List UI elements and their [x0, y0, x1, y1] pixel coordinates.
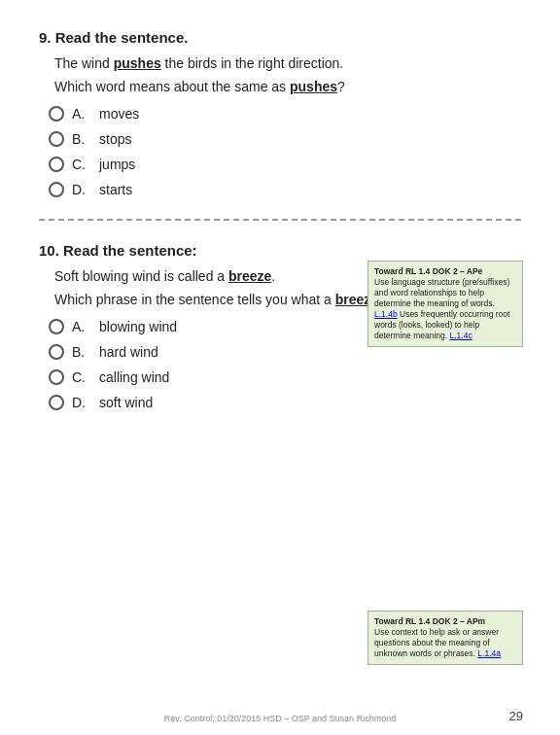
annotation-q10: Toward RL 1.4 DOK 2 – APm Use context to… [368, 611, 523, 665]
annotation-q9-body: Use language structure (pre/suffixes) an… [374, 277, 516, 341]
option-text-9-a: moves [99, 106, 139, 122]
option-text-10-a: blowing wind [99, 319, 177, 334]
radio-9-c[interactable] [49, 157, 64, 172]
radio-9-a[interactable] [49, 106, 64, 122]
radio-9-b[interactable] [49, 131, 64, 147]
radio-9-d[interactable] [49, 182, 64, 197]
prompt-pre: Which word means about the same as [54, 79, 290, 94]
option-label-10-d: D. [72, 395, 91, 410]
prompt10-pre: Which phrase in the sentence tells you w… [54, 292, 335, 307]
prompt-word: pushes [290, 79, 337, 94]
option-label-10-c: C. [72, 369, 91, 385]
option-text-10-c: calling wind [99, 369, 169, 385]
section-divider [39, 219, 521, 221]
radio-10-d[interactable] [49, 395, 64, 410]
annotation-q9-link2: L.1.4c [450, 331, 472, 340]
question-9-prompt: Which word means about the same as pushe… [54, 79, 521, 94]
option-text-9-b: stops [99, 131, 131, 147]
option-label-9-a: A. [72, 106, 91, 122]
option-9-d[interactable]: D. starts [49, 182, 521, 197]
annotation-q9-standard: Toward RL 1.4 DOK 2 – APe [374, 266, 516, 277]
question-10-title: 10. Read the sentence: [39, 242, 521, 259]
option-label-10-a: A. [72, 319, 91, 334]
option-9-c[interactable]: C. jumps [49, 157, 521, 172]
annotation-q10-standard: Toward RL 1.4 DOK 2 – APm [374, 616, 516, 627]
option-label-9-d: D. [72, 182, 91, 197]
annotation-q9: Toward RL 1.4 DOK 2 – APe Use language s… [368, 261, 523, 347]
option-text-9-c: jumps [99, 157, 135, 172]
question-9-sentence: The wind pushes the birds in the right d… [54, 55, 521, 71]
sentence-word: pushes [114, 55, 161, 71]
option-10-c[interactable]: C. calling wind [49, 369, 521, 385]
page-number: 29 [509, 709, 523, 723]
option-10-d[interactable]: D. soft wind [49, 395, 521, 410]
sentence10-pre: Soft blowing wind is called a [54, 268, 228, 284]
radio-10-a[interactable] [49, 319, 64, 334]
option-9-b[interactable]: B. stops [49, 131, 521, 147]
option-text-10-d: soft wind [99, 395, 153, 410]
option-label-9-c: C. [72, 157, 91, 172]
option-label-10-b: B. [72, 344, 91, 360]
question-9: 9. Read the sentence. The wind pushes th… [39, 29, 521, 197]
sentence10-word: breeze [228, 268, 271, 284]
sentence-pre: The wind [54, 55, 114, 71]
option-label-9-b: B. [72, 131, 91, 147]
option-text-10-b: hard wind [99, 344, 158, 360]
sentence10-post: . [271, 268, 275, 284]
option-9-a[interactable]: A. moves [49, 106, 521, 122]
annotation-q9-link1: L.1.4b [374, 309, 398, 319]
annotation-q10-body: Use context to help ask or answer questi… [374, 627, 516, 659]
annotation-q10-link: L.1.4a [477, 648, 501, 658]
footer: Rev. Control: 01/20/2015 HSD – OSP and S… [0, 714, 560, 723]
sentence-post: the birds in the right direction. [161, 55, 344, 71]
question-9-title: 9. Read the sentence. [39, 29, 521, 46]
prompt-post: ? [337, 79, 345, 94]
question-9-options: A. moves B. stops C. jumps D. starts [49, 106, 521, 197]
radio-10-b[interactable] [49, 344, 64, 360]
radio-10-c[interactable] [49, 369, 64, 385]
option-text-9-d: starts [99, 182, 132, 197]
